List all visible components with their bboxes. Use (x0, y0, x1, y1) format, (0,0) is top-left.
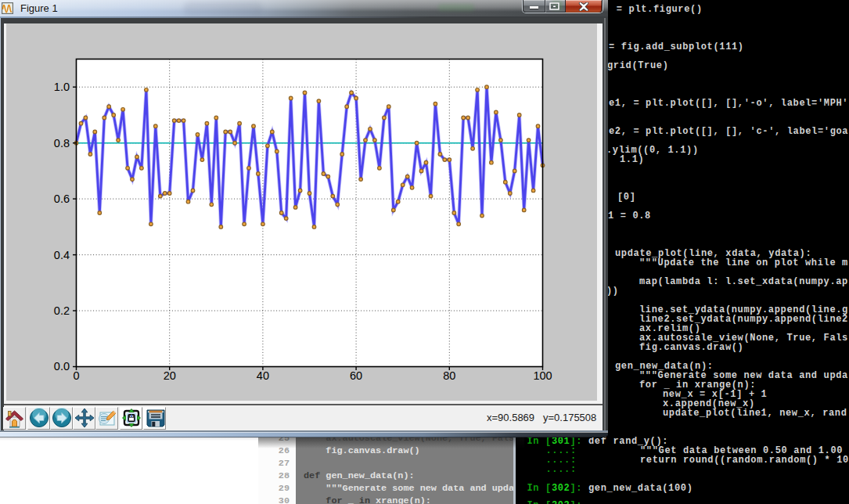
svg-text:20: 20 (164, 369, 176, 382)
svg-text:0.8: 0.8 (54, 137, 70, 149)
svg-text:0.4: 0.4 (54, 249, 70, 261)
svg-text:0.0: 0.0 (54, 360, 70, 373)
svg-text:1.0: 1.0 (54, 81, 70, 93)
svg-text:0.2: 0.2 (54, 304, 70, 317)
svg-text:80: 80 (443, 369, 455, 382)
svg-text:100: 100 (533, 369, 552, 382)
svg-text:40: 40 (257, 369, 269, 382)
svg-text:0: 0 (73, 369, 79, 382)
svg-text:60: 60 (350, 369, 362, 382)
svg-text:0.6: 0.6 (54, 193, 70, 205)
